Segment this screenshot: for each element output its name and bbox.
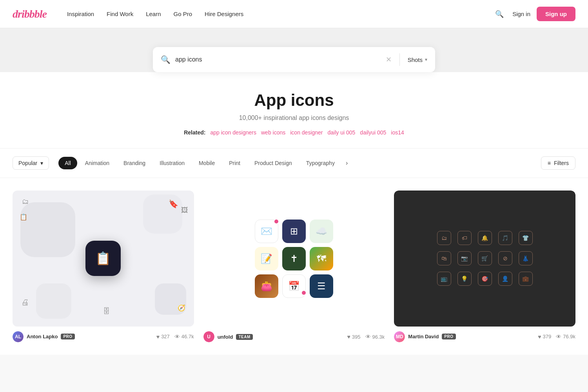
cat-tab-mobile[interactable]: Mobile xyxy=(192,157,221,169)
nav-item-go-pro[interactable]: Go Pro xyxy=(169,8,197,20)
search-icon-button[interactable]: 🔍 xyxy=(493,7,506,21)
more-categories-button[interactable]: › xyxy=(343,158,351,168)
author-name-1[interactable]: Anton Lapko xyxy=(27,334,58,339)
hero-section: 🔍 ✕ Shots ▾ xyxy=(0,28,588,72)
related-tag-0[interactable]: app icon designers xyxy=(210,129,256,136)
app-icon-mail: ✉️ xyxy=(255,220,278,243)
nav-item-learn[interactable]: Learn xyxy=(141,8,165,20)
float-icon-3: 📋 xyxy=(20,213,27,221)
app-icon-grid: ⊞ xyxy=(282,220,306,243)
dark-icon-14: 👤 xyxy=(498,272,512,286)
nav-item-inspiration[interactable]: Inspiration xyxy=(62,8,99,20)
app-icons-grid: ✉️ ⊞ ☁️ 📝 ✝ 🗺 👛 📅 ☰ xyxy=(249,213,339,304)
heart-icon-3: ♥ xyxy=(538,334,541,340)
avatar-1: AL xyxy=(13,331,24,342)
views-2: 👁 96.3k xyxy=(365,334,385,340)
related-tag-1[interactable]: web icons xyxy=(261,129,285,136)
dark-icon-8: 🛒 xyxy=(478,251,492,265)
shot-stats-2: ♥ 395 👁 96.3k xyxy=(347,334,385,340)
eye-icon-3: 👁 xyxy=(556,334,561,340)
signin-button[interactable]: Sign in xyxy=(512,11,530,17)
float-icon-5: 🗄 xyxy=(103,307,110,316)
badge-pro-3: PRO xyxy=(442,334,456,339)
app-icon-calendar: 📅 xyxy=(282,274,306,298)
sort-dropdown[interactable]: Popular ▾ xyxy=(13,156,49,170)
views-3: 👁 76.9k xyxy=(556,334,575,340)
likes-3: ♥ 379 xyxy=(538,334,551,340)
shot-meta-3: MD Martin David PRO ♥ 379 👁 76.9k xyxy=(394,331,575,342)
logo[interactable]: dribbble xyxy=(13,8,47,20)
sort-label: Popular xyxy=(18,160,37,166)
related-tag-5[interactable]: ios14 xyxy=(391,129,404,136)
app-icon-cloud: ☁️ xyxy=(310,220,333,243)
search-bar: 🔍 ✕ Shots ▾ xyxy=(153,47,435,72)
avatar-3: MD xyxy=(394,331,405,342)
search-input[interactable] xyxy=(175,56,381,63)
search-divider xyxy=(399,53,400,66)
shot-card-2[interactable]: ✉️ ⊞ ☁️ 📝 ✝ 🗺 👛 📅 ☰ xyxy=(203,191,385,342)
float-icon-2: 🔖 xyxy=(169,199,178,209)
cat-tab-branding[interactable]: Branding xyxy=(117,157,152,169)
dark-icon-13: 🎯 xyxy=(478,272,492,286)
badge-team-2: TEAM xyxy=(236,334,252,340)
shot-image-1: 🗂 🔖 📋 🖨 🗄 🧭 🖼 📋 xyxy=(13,191,194,327)
shots-grid: 🗂 🔖 📋 🖨 🗄 🧭 🖼 📋 AL Anton La xyxy=(0,178,588,355)
filter-icon: ≡ xyxy=(548,160,551,166)
views-1: 👁 46.7k xyxy=(174,334,194,340)
heart-icon-1: ♥ xyxy=(156,334,160,340)
related-label: Related: xyxy=(184,129,205,136)
avatar-img-1: AL xyxy=(13,331,24,342)
signup-button[interactable]: Sign up xyxy=(537,7,575,21)
search-clear-button[interactable]: ✕ xyxy=(386,55,392,64)
likes-1: ♥ 327 xyxy=(156,334,170,340)
shot-card-1[interactable]: 🗂 🔖 📋 🖨 🗄 🧭 🖼 📋 AL Anton La xyxy=(13,191,194,342)
related-tag-2[interactable]: icon designer xyxy=(290,129,323,136)
cat-tab-product-design[interactable]: Product Design xyxy=(248,157,298,169)
eye-icon-1: 👁 xyxy=(174,334,180,340)
avatar-img-3: MD xyxy=(394,331,405,342)
dark-icon-1: 🗂 xyxy=(437,231,451,245)
author-name-2[interactable]: unfold xyxy=(218,334,233,340)
dark-icon-11: 📺 xyxy=(437,272,451,286)
author-name-3[interactable]: Martin David xyxy=(408,334,439,339)
dark-icon-3: 🔔 xyxy=(478,231,492,245)
shot-stats-1: ♥ 327 👁 46.7k xyxy=(156,334,194,340)
related-tag-4[interactable]: dailyui 005 xyxy=(360,129,386,136)
filter-bar: Popular ▾ All Animation Branding Illustr… xyxy=(0,148,588,178)
search-type-dropdown[interactable]: Shots ▾ xyxy=(408,56,427,63)
likes-count-1: 327 xyxy=(161,334,170,339)
cat-tab-typography[interactable]: Typography xyxy=(300,157,341,169)
cat-tab-illustration[interactable]: Illustration xyxy=(153,157,191,169)
main-content: App icons 10,000+ inspirational app icon… xyxy=(0,72,588,355)
nav-item-hire-designers[interactable]: Hire Designers xyxy=(200,8,248,20)
likes-2: ♥ 395 xyxy=(347,334,361,340)
dark-icon-6: 🛍 xyxy=(437,251,451,265)
dark-icon-7: 📷 xyxy=(457,251,472,265)
likes-count-2: 395 xyxy=(352,334,361,340)
dark-icon-15: 💼 xyxy=(519,272,533,286)
avatar-img-2: U xyxy=(203,331,214,342)
shot-image-2: ✉️ ⊞ ☁️ 📝 ✝ 🗺 👛 📅 ☰ xyxy=(203,191,385,327)
category-tabs: All Animation Branding Illustration Mobi… xyxy=(58,157,534,169)
nav-item-find-work[interactable]: Find Work xyxy=(102,8,138,20)
shot1-illustration: 🗂 🔖 📋 🖨 🗄 🧭 🖼 📋 xyxy=(13,191,194,327)
views-count-2: 96.3k xyxy=(372,334,385,340)
search-type-label: Shots xyxy=(408,56,423,63)
shot-card-3[interactable]: 🗂 🏷 🔔 🎵 👕 🛍 📷 🛒 ⊘ 👗 📺 💡 xyxy=(394,191,575,342)
related-tag-3[interactable]: daily ui 005 xyxy=(328,129,356,136)
app-icon-notes: 📝 xyxy=(255,247,278,270)
dark-icon-10: 👗 xyxy=(519,251,533,265)
filters-button[interactable]: ≡ Filters xyxy=(541,156,575,170)
cat-tab-all[interactable]: All xyxy=(58,157,77,169)
float-icon-7: 🖼 xyxy=(181,206,188,214)
float-icon-6: 🧭 xyxy=(178,304,185,312)
cat-tab-animation[interactable]: Animation xyxy=(79,157,116,169)
notification-dot2 xyxy=(301,290,307,296)
cat-tab-print[interactable]: Print xyxy=(223,157,247,169)
app-icon-wallet: 👛 xyxy=(255,274,278,298)
app-icon-list: ☰ xyxy=(310,274,333,298)
dark-icon-4: 🎵 xyxy=(498,231,512,245)
dark-icon-12: 💡 xyxy=(457,272,472,286)
badge-pro-1: PRO xyxy=(61,334,74,339)
shot-stats-3: ♥ 379 👁 76.9k xyxy=(538,334,575,340)
